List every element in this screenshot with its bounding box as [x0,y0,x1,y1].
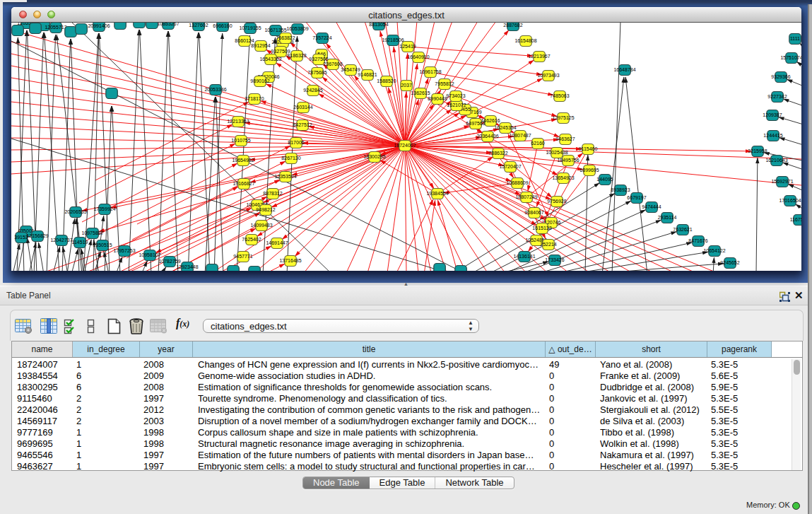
svg-text:8813054: 8813054 [369,23,388,27]
svg-text:1350515: 1350515 [93,243,112,247]
svg-text:10782759: 10782759 [158,259,180,264]
svg-text:10853267: 10853267 [157,23,179,26]
svg-text:8427512: 8427512 [293,122,312,127]
svg-text:17957253: 17957253 [113,248,135,253]
svg-text:144095: 144095 [596,177,613,182]
svg-text:9474444: 9474444 [642,204,661,209]
svg-text:9329366: 9329366 [771,74,790,79]
svg-text:10671355: 10671355 [264,28,286,33]
svg-text:7485063: 7485063 [550,93,569,98]
svg-text:9245652: 9245652 [720,260,739,265]
svg-text:12213967: 12213967 [528,54,550,59]
svg-text:1588520: 1588520 [377,78,396,83]
svg-text:9734023: 9734023 [446,93,465,98]
svg-text:8990448: 8990448 [428,96,447,101]
svg-text:10719155: 10719155 [239,25,261,30]
svg-text:8912954: 8912954 [251,43,270,48]
svg-text:18495756: 18495756 [557,158,579,163]
svg-text:1615132: 1615132 [532,226,551,230]
svg-text:7875685: 7875685 [307,70,326,75]
svg-text:15751074: 15751074 [780,55,801,60]
svg-text:10807487: 10807487 [509,133,531,138]
svg-text:1111: 1111 [790,36,800,41]
svg-text:1209387: 1209387 [763,112,782,117]
svg-text:7357224: 7357224 [312,35,331,40]
svg-text:10973493: 10973493 [537,73,559,78]
svg-text:2603144: 2603144 [293,105,312,110]
svg-text:6966160: 6966160 [213,23,232,28]
svg-text:8660124: 8660124 [235,38,254,43]
svg-text:3454749: 3454749 [341,67,360,72]
svg-text:6899695: 6899695 [579,168,599,173]
svg-text:12923448: 12923448 [176,264,198,269]
svg-text:20206535: 20206535 [64,209,86,214]
svg-text:13654923: 13654923 [552,175,574,180]
svg-text:19654982: 19654982 [232,158,254,163]
svg-text:125419: 125419 [399,44,416,49]
svg-text:10025438: 10025438 [546,150,567,155]
svg-text:2887682: 2887682 [503,23,522,28]
svg-text:7632621: 7632621 [673,227,692,232]
svg-text:1362615: 1362615 [411,90,430,95]
svg-text:10654122: 10654122 [703,248,725,253]
svg-text:1244415: 1244415 [763,133,782,138]
svg-text:62160: 62160 [531,141,545,146]
svg-text:12213363: 12213363 [227,119,249,124]
svg-text:19166827: 19166827 [233,181,254,186]
svg-text:8186328: 8186328 [287,53,306,58]
svg-text:12055713: 12055713 [45,25,66,30]
svg-text:18300295: 18300295 [363,154,385,159]
svg-text:9327505: 9327505 [309,57,328,62]
svg-text:1733426: 1733426 [545,257,564,262]
svg-text:17359924: 17359924 [93,206,115,211]
svg-text:20053346: 20053346 [204,87,226,92]
svg-text:2935114: 2935114 [658,215,677,220]
svg-text:1010755: 1010755 [231,138,250,143]
svg-text:1167533: 1167533 [790,217,801,222]
svg-text:9146821: 9146821 [358,72,377,77]
svg-text:9463627: 9463627 [555,136,575,141]
svg-text:10975887: 10975887 [81,230,103,235]
svg-text:14099483: 14099483 [250,223,272,228]
svg-text:9457771: 9457771 [233,254,252,259]
svg-text:1327602: 1327602 [189,23,208,28]
svg-text:9890162: 9890162 [250,78,269,83]
svg-text:8267130: 8267130 [281,156,300,160]
svg-text:10958107: 10958107 [139,252,160,257]
svg-text:8471676: 8471676 [688,238,707,243]
svg-text:18724007: 18724007 [394,143,416,148]
svg-text:18807249: 18807249 [515,194,537,199]
svg-text:2718170: 2718170 [245,96,264,101]
svg-text:14691447: 14691447 [266,240,288,245]
svg-text:2037: 2037 [401,83,412,88]
svg-text:20991406: 20991406 [88,23,110,28]
svg-text:19384554: 19384554 [426,191,448,196]
svg-text:9242845: 9242845 [303,88,322,93]
svg-text:12042737: 12042737 [50,238,72,243]
svg-text:16154808: 16154808 [514,38,536,43]
svg-text:9115460: 9115460 [579,146,598,151]
svg-text:10688609: 10688609 [506,180,528,185]
svg-text:16053809: 16053809 [286,26,308,31]
svg-text:1621072: 1621072 [447,103,466,107]
svg-text:15720407: 15720407 [499,164,521,169]
svg-text:20364436: 20364436 [476,134,498,139]
svg-text:12156829: 12156829 [26,233,48,238]
svg-text:17016504: 17016504 [779,198,801,203]
svg-text:13716485: 13716485 [279,258,301,263]
svg-text:6497568: 6497568 [466,121,485,126]
svg-text:7955812: 7955812 [435,81,454,86]
svg-text:114519: 114519 [72,240,88,245]
svg-text:9756928: 9756928 [547,199,566,204]
svg-text:8938923: 8938923 [611,187,630,192]
svg-text:9498212: 9498212 [256,207,275,212]
svg-text:7886322: 7886322 [488,151,507,156]
svg-text:9084067: 9084067 [524,210,543,215]
svg-text:16210643: 16210643 [765,158,787,163]
svg-text:15692971: 15692971 [771,179,793,184]
svg-text:14136141: 14136141 [513,254,535,259]
svg-text:2367608: 2367608 [323,62,342,66]
svg-text:817006: 817006 [288,140,304,145]
svg-text:16640910: 16640910 [407,54,429,59]
svg-text:9227342: 9227342 [767,94,787,99]
